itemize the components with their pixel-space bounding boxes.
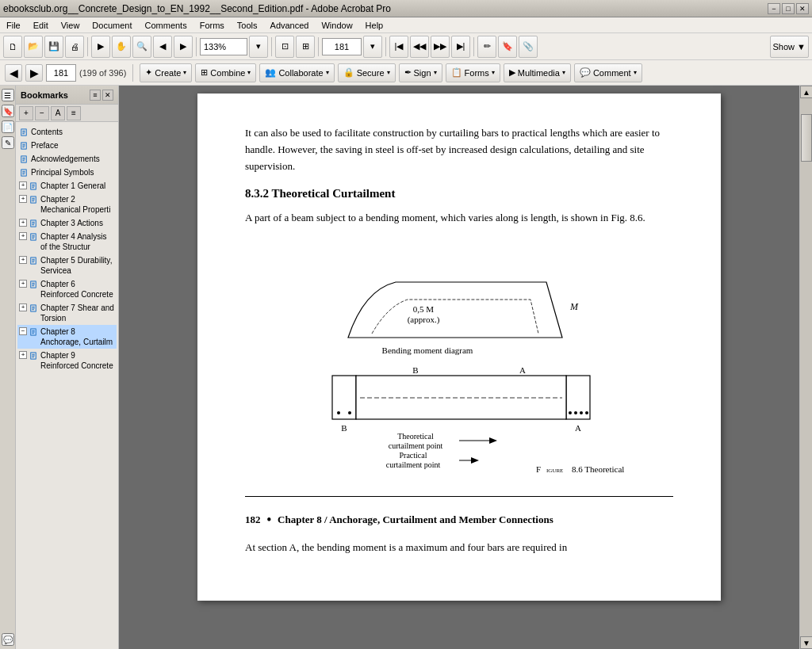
bookmark-contents-label: Contents — [31, 127, 63, 137]
title-bar-controls[interactable]: − □ ✕ — [768, 3, 809, 14]
first-page-button[interactable]: |◀ — [389, 36, 408, 58]
open-button[interactable]: 📂 — [24, 36, 43, 58]
menu-window[interactable]: Window — [318, 19, 355, 32]
page-input[interactable] — [322, 38, 362, 55]
bookmark-ch6-toggle[interactable]: + — [19, 280, 27, 288]
menu-forms[interactable]: Forms — [197, 19, 228, 32]
title-bar: ebooksclub.org__Concrete_Design_to_EN_19… — [0, 0, 812, 17]
close-button[interactable]: ✕ — [796, 3, 809, 14]
fit-width-button[interactable]: ⊞ — [296, 36, 315, 58]
scroll-down-arrow[interactable]: ▼ — [800, 636, 812, 649]
bookmark-ch4[interactable]: + Chapter 4 Analysis of the Structur — [17, 230, 117, 254]
page-icon-button[interactable]: 📄 — [2, 120, 14, 133]
forms-button[interactable]: 📋 Forms ▾ — [446, 63, 500, 82]
multimedia-button[interactable]: ▶ Multimedia ▾ — [504, 63, 571, 82]
scroll-thumb[interactable] — [801, 114, 812, 162]
next-arrow-button[interactable]: ▶ — [25, 64, 43, 82]
menu-comments[interactable]: Comments — [142, 19, 190, 32]
bookmark-ch9-toggle[interactable]: + — [19, 351, 27, 359]
signature-icon-button[interactable]: ✎ — [2, 136, 14, 149]
bookmark-preface[interactable]: Preface — [17, 139, 117, 152]
main-area: ☰ 🔖 📄 ✎ 💬 Bookmarks ≡ ✕ + − A ≡ Co — [0, 86, 812, 649]
new-button[interactable]: 🗋 — [3, 36, 22, 58]
sidebar-options-button[interactable]: ≡ — [90, 90, 101, 101]
sidebar-expand-all-button[interactable]: + — [19, 106, 33, 120]
sidebar-options-btn[interactable]: ≡ — [67, 106, 81, 120]
sidebar-content[interactable]: Contents Preface Acknowled­ge­ments — [16, 122, 118, 649]
bmd-label: Bending moment diagram — [382, 345, 473, 355]
fit-page-button[interactable]: ⊡ — [275, 36, 294, 58]
back-button[interactable]: ◀ — [153, 36, 172, 58]
prev-page-button[interactable]: ◀◀ — [410, 36, 429, 58]
bookmark-ch2-toggle[interactable]: + — [19, 195, 27, 203]
scroll-track[interactable] — [800, 98, 812, 636]
figure-8-6: 0,5 M (approx.) M Bending moment diagram… — [245, 242, 673, 480]
a-bottom-label: A — [575, 423, 581, 433]
menu-edit[interactable]: Edit — [30, 19, 52, 32]
bookmark-ch7[interactable]: + Chapter 7 Shear and Torsion — [17, 301, 117, 325]
bookmark-ch5[interactable]: + Chapter 5 Durability, Servicea — [17, 254, 117, 277]
bookmark-acknowledgements[interactable]: Acknowled­ge­ments — [17, 152, 117, 166]
bookmark-ch6[interactable]: + Chapter 6 Reinforced Concrete — [17, 277, 117, 301]
hand-tool-button[interactable]: ✋ — [112, 36, 131, 58]
collaborate-label: Collaborate — [278, 68, 323, 78]
prev-arrow-button[interactable]: ◀ — [5, 64, 22, 82]
menu-view[interactable]: View — [58, 19, 83, 32]
bookmark-ch7-toggle[interactable]: + — [19, 304, 27, 311]
last-page-button[interactable]: ▶| — [451, 36, 470, 58]
comment-icon-button[interactable]: 💬 — [2, 633, 14, 646]
bookmark-ch1-toggle[interactable]: + — [19, 181, 27, 189]
bookmark-ch4-toggle[interactable]: + — [19, 232, 27, 240]
secure-button[interactable]: 🔒 Secure ▾ — [338, 63, 396, 82]
sidebar-controls[interactable]: ≡ ✕ — [90, 90, 113, 101]
stamp-button[interactable]: 🔖 — [498, 36, 517, 58]
create-button[interactable]: ✦ Create ▾ — [140, 63, 192, 82]
nav-page-input[interactable] — [46, 64, 76, 82]
zoom-input[interactable] — [200, 38, 247, 55]
bookmark-icon-button[interactable]: 🔖 — [2, 105, 14, 117]
menu-advanced[interactable]: Advanced — [267, 19, 312, 32]
menu-document[interactable]: Document — [89, 19, 135, 32]
bookmark-ch3[interactable]: + Chapter 3 Actions — [17, 216, 117, 230]
sidebar-toolbar: + − A ≡ — [16, 105, 118, 122]
print-button[interactable]: 🖨 — [65, 36, 84, 58]
bookmark-ch8-toggle[interactable]: − — [19, 327, 27, 335]
bookmark-symbols[interactable]: Principal Symbols — [17, 166, 117, 179]
bookmark-ch3-toggle[interactable]: + — [19, 219, 27, 227]
sidebar-collapse-all-button[interactable]: − — [35, 106, 49, 120]
bookmark-ch1[interactable]: + Chapter 1 General — [17, 179, 117, 193]
content-area[interactable]: It can also be used to facilitate constr… — [119, 86, 799, 649]
maximize-button[interactable]: □ — [782, 3, 795, 14]
page-nav-button[interactable]: ▾ — [363, 36, 382, 58]
menu-file[interactable]: File — [3, 19, 24, 32]
bookmark-ch8[interactable]: − Chapter 8 Anchorage, Curtailm — [17, 325, 117, 349]
next-page-button[interactable]: ▶▶ — [431, 36, 450, 58]
annotation-button[interactable]: ✏ — [477, 36, 496, 58]
right-scrollbar[interactable]: ▲ ▼ — [799, 86, 812, 649]
scroll-up-arrow[interactable]: ▲ — [800, 86, 812, 98]
figure-caption-3: 8.6 Theoretical curtailment — [572, 464, 626, 474]
bookmark-ch9[interactable]: + Chapter 9 Reinforced Concrete — [17, 349, 117, 372]
show-button[interactable]: Show ▼ — [770, 36, 809, 58]
sidebar-font-button[interactable]: A — [51, 106, 65, 120]
bookmark-ch2-icon — [29, 195, 38, 204]
save-button[interactable]: 💾 — [44, 36, 63, 58]
select-tool-button[interactable]: ▶ — [91, 36, 110, 58]
minimize-button[interactable]: − — [768, 3, 780, 14]
bookmark-ch5-toggle[interactable]: + — [19, 256, 27, 264]
bookmark-contents[interactable]: Contents — [17, 125, 117, 139]
forward-button[interactable]: ▶ — [174, 36, 193, 58]
combine-button[interactable]: ⊞ Combine ▾ — [195, 63, 256, 82]
zoom-dropdown[interactable]: ▾ — [249, 36, 268, 58]
collaborate-button[interactable]: 👥 Collaborate ▾ — [259, 63, 334, 82]
attach-button[interactable]: 📎 — [519, 36, 538, 58]
menu-help[interactable]: Help — [362, 19, 387, 32]
hand-icon-button[interactable]: ☰ — [2, 89, 14, 101]
sidebar-close-button[interactable]: ✕ — [102, 90, 113, 101]
comment-button[interactable]: 💬 Comment ▾ — [574, 63, 642, 82]
menu-tools[interactable]: Tools — [234, 19, 261, 32]
menu-bar: File Edit View Document Comments Forms T… — [0, 17, 812, 33]
zoom-in-button[interactable]: 🔍 — [132, 36, 151, 58]
sign-button[interactable]: ✒ Sign ▾ — [399, 63, 442, 82]
bookmark-ch2[interactable]: + Chapter 2 Mechanical Properti — [17, 193, 117, 216]
